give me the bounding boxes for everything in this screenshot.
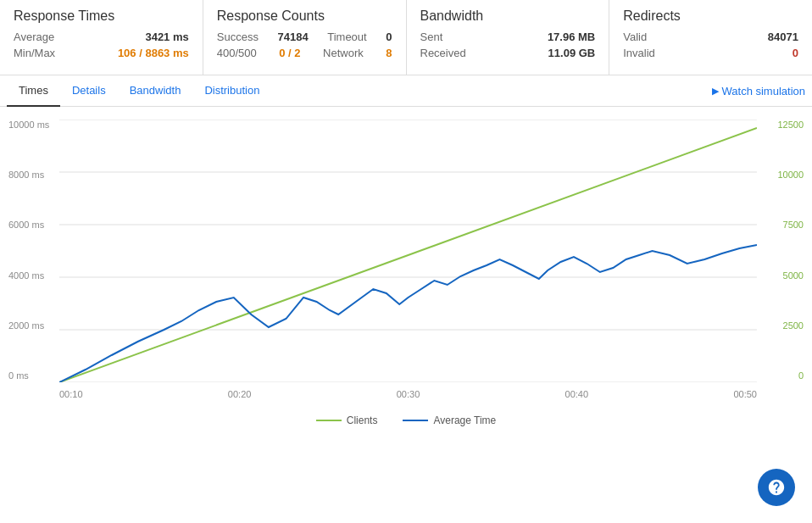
legend-avg-time: Average Time xyxy=(403,415,496,426)
bandwidth-card: Bandwidth Sent 17.96 MB Received 11.09 G… xyxy=(407,0,610,75)
response-times-card: Response Times Average 3421 ms Min/Max 1… xyxy=(0,0,203,75)
y-right-2: 5000 xyxy=(757,270,804,281)
stats-row: Response Times Average 3421 ms Min/Max 1… xyxy=(0,0,812,75)
invalid-label: Invalid xyxy=(623,47,655,59)
tab-bandwidth[interactable]: Bandwidth xyxy=(118,75,193,107)
y-right-3: 7500 xyxy=(757,220,804,230)
tabs-row: Times Details Bandwidth Distribution ▶ W… xyxy=(0,75,812,107)
play-icon: ▶ xyxy=(712,86,719,97)
y-left-5: 10000 ms xyxy=(8,120,59,130)
response-counts-card: Response Counts Success 74184 Timeout 0 … xyxy=(203,0,407,75)
tab-details[interactable]: Details xyxy=(60,75,118,107)
response-times-title: Response Times xyxy=(14,8,189,24)
y-axis-right: 0 2500 5000 7500 10000 12500 xyxy=(757,120,804,382)
valid-value: 84071 xyxy=(768,31,798,43)
average-value: 3421 ms xyxy=(145,31,188,43)
y-left-1: 2000 ms xyxy=(8,320,59,331)
success-value: 74184 xyxy=(277,31,308,43)
redirects-card: Redirects Valid 84071 Invalid 0 xyxy=(609,0,812,75)
minmax-value: 106 / 8863 ms xyxy=(118,47,189,59)
y-axis-left: 0 ms 2000 ms 4000 ms 6000 ms 8000 ms 100… xyxy=(8,120,59,382)
response-counts-title: Response Counts xyxy=(217,8,392,24)
watch-simulation-button[interactable]: ▶ Watch simulation xyxy=(712,76,806,106)
invalid-value: 0 xyxy=(793,47,798,59)
y-left-3: 6000 ms xyxy=(8,220,59,230)
average-label: Average xyxy=(14,31,54,43)
x-label-4: 00:50 xyxy=(733,389,757,399)
y-left-2: 4000 ms xyxy=(8,270,59,281)
x-axis: 00:10 00:20 00:30 00:40 00:50 xyxy=(59,384,757,408)
avg-time-legend-line xyxy=(403,420,428,421)
minmax-label: Min/Max xyxy=(14,47,55,59)
watch-simulation-label: Watch simulation xyxy=(722,85,806,97)
tab-times[interactable]: Times xyxy=(7,75,60,107)
y-left-0: 0 ms xyxy=(8,370,59,381)
legend-clients: Clients xyxy=(316,415,378,426)
tab-distribution[interactable]: Distribution xyxy=(192,75,271,107)
y-right-1: 2500 xyxy=(757,320,804,331)
chart-svg-area xyxy=(59,120,757,382)
sent-label: Sent xyxy=(420,31,443,43)
clients-legend-line xyxy=(316,420,342,421)
chart-legend: Clients Average Time xyxy=(8,415,804,426)
sent-value: 17.96 MB xyxy=(548,31,595,43)
clients-legend-label: Clients xyxy=(347,415,378,426)
error-label: 400/500 xyxy=(217,47,257,59)
chart-svg xyxy=(59,120,757,382)
y-right-4: 10000 xyxy=(757,170,804,180)
y-right-0: 0 xyxy=(757,370,804,381)
network-label: Network xyxy=(323,47,364,59)
redirects-title: Redirects xyxy=(623,8,798,24)
network-value: 8 xyxy=(386,47,392,59)
timeout-value: 0 xyxy=(386,31,392,43)
avg-time-legend-label: Average Time xyxy=(433,415,496,426)
bandwidth-title: Bandwidth xyxy=(420,8,596,24)
received-label: Received xyxy=(420,47,466,59)
chart-area: 0 ms 2000 ms 4000 ms 6000 ms 8000 ms 100… xyxy=(8,107,804,469)
y-left-4: 8000 ms xyxy=(8,170,59,180)
error-value: 0 / 2 xyxy=(279,47,300,59)
x-label-3: 00:40 xyxy=(565,389,589,399)
x-label-2: 00:30 xyxy=(397,389,420,399)
x-label-0: 00:10 xyxy=(59,389,83,399)
success-label: Success xyxy=(217,31,259,43)
received-value: 11.09 GB xyxy=(548,47,596,59)
y-right-5: 12500 xyxy=(757,120,804,130)
chart-container: 0 ms 2000 ms 4000 ms 6000 ms 8000 ms 100… xyxy=(8,120,804,408)
avg-time-line xyxy=(59,245,757,382)
valid-label: Valid xyxy=(623,31,647,43)
timeout-label: Timeout xyxy=(327,31,366,43)
clients-line xyxy=(59,128,757,382)
x-label-1: 00:20 xyxy=(228,389,252,399)
